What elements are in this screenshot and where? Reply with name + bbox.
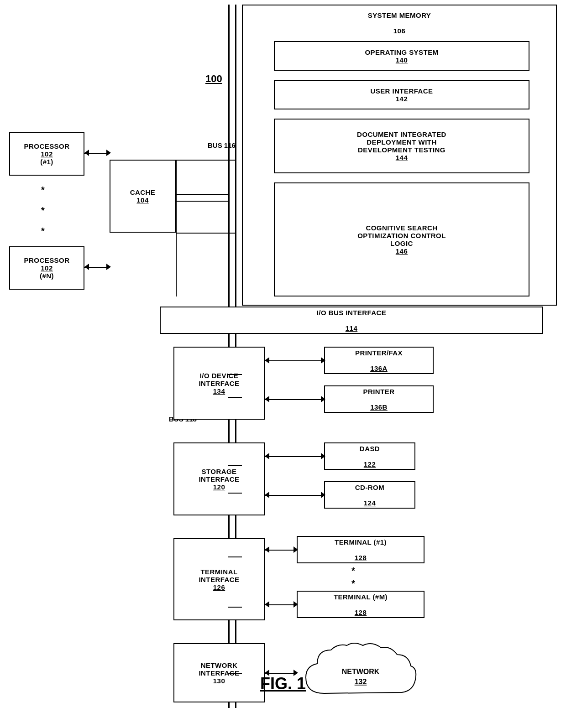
io-bus-ref: 114	[346, 324, 357, 332]
processorN-box: PROCESSOR 102 (#N)	[9, 246, 84, 290]
proc1-sub: (#1)	[40, 158, 53, 166]
network-interface-box: NETWORKINTERFACE 130	[173, 643, 265, 702]
system-memory-ref: 106	[393, 27, 405, 35]
star3: *	[41, 226, 45, 236]
diagram: SYSTEM MEMORY 106 OPERATING SYSTEM 140 U…	[0, 0, 566, 702]
terminalM-ref: 128	[355, 608, 367, 616]
io-device-interface-box: I/O DEVICEINTERFACE 134	[173, 347, 265, 420]
printer-label: PRINTER	[363, 388, 395, 395]
system-memory-label: SYSTEM MEMORY	[368, 11, 431, 19]
os-label: OPERATING SYSTEM	[365, 48, 438, 56]
proc1-ref: 102	[41, 150, 52, 158]
star2: *	[41, 205, 45, 216]
storage-interface-box: STORAGEINTERFACE 120	[173, 442, 265, 515]
proc1-label: PROCESSOR	[24, 142, 70, 150]
document-integrated-box: DOCUMENT INTEGRATEDDEPLOYMENT WITHDEVELO…	[274, 119, 529, 173]
io-bus-label: I/O BUS INTERFACE	[317, 309, 387, 317]
printer-fax-box: PRINTER/FAX 136A	[324, 347, 434, 374]
bus116-label: BUS 116	[208, 141, 236, 149]
dasd-box: DASD 122	[324, 442, 415, 470]
cache-ref: 104	[136, 196, 148, 204]
processor1-box: PROCESSOR 102 (#1)	[9, 132, 84, 176]
terminal-iface-ref: 126	[213, 583, 225, 591]
ui-ref: 142	[396, 95, 408, 103]
io-bus-interface-box: I/O BUS INTERFACE 114	[160, 307, 543, 334]
terminalM-label: TERMINAL (#M)	[334, 593, 388, 601]
terminal-iface-label: TERMINALINTERFACE	[199, 568, 239, 583]
figure-title: FIG. 1	[0, 674, 566, 693]
user-interface-box: USER INTERFACE 142	[274, 80, 529, 109]
procN-ref: 102	[41, 264, 52, 272]
terminalM-box: TERMINAL (#M) 128	[297, 591, 424, 618]
ui-label: USER INTERFACE	[370, 87, 433, 95]
storage-label: STORAGEINTERFACE	[199, 468, 239, 483]
did-label: DOCUMENT INTEGRATEDDEPLOYMENT WITHDEVELO…	[357, 130, 446, 154]
terminal-star2: *	[351, 578, 355, 589]
procN-label: PROCESSOR	[24, 256, 70, 264]
cso-label: COGNITIVE SEARCHOPTIMIZATION CONTROLLOGI…	[357, 224, 446, 247]
printer-fax-label: PRINTER/FAX	[355, 349, 403, 357]
dasd-ref: 122	[364, 460, 376, 468]
printer-fax-ref: 136A	[370, 364, 388, 372]
ref-100-label: 100	[205, 73, 222, 85]
did-ref: 144	[396, 154, 408, 161]
terminal-interface-box: TERMINALINTERFACE 126	[173, 538, 265, 620]
terminal1-ref: 128	[355, 554, 367, 562]
star1: *	[41, 185, 45, 195]
cognitive-search-box: COGNITIVE SEARCHOPTIMIZATION CONTROLLOGI…	[274, 182, 529, 296]
cdrom-ref: 124	[364, 499, 376, 507]
cache-label: CACHE	[130, 188, 156, 196]
terminal1-label: TERMINAL (#1)	[335, 538, 387, 546]
dasd-label: DASD	[360, 445, 380, 452]
terminal1-box: TERMINAL (#1) 128	[297, 536, 424, 563]
system-memory-box: SYSTEM MEMORY 106	[246, 8, 552, 38]
printer-ref: 136B	[370, 403, 388, 411]
os-ref: 140	[396, 56, 408, 64]
procN-sub: (#N)	[40, 272, 54, 280]
terminal-star1: *	[351, 566, 355, 576]
cso-ref: 146	[396, 247, 408, 255]
cdrom-box: CD-ROM 124	[324, 481, 415, 509]
printer-box: PRINTER 136B	[324, 385, 434, 413]
operating-system-box: OPERATING SYSTEM 140	[274, 41, 529, 71]
storage-ref: 120	[213, 483, 225, 491]
cdrom-label: CD-ROM	[355, 484, 384, 491]
io-dev-ref: 134	[213, 387, 225, 395]
cache-box: CACHE 104	[110, 160, 176, 233]
